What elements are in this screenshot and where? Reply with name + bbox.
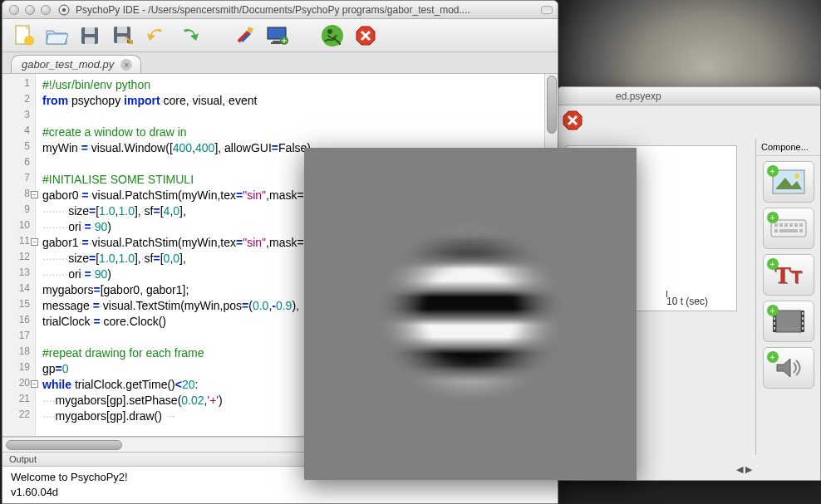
zoom-icon[interactable] <box>41 5 51 15</box>
component-sound[interactable]: + <box>763 347 814 389</box>
svg-rect-21 <box>802 312 804 315</box>
tab-label: gabor_test_mod.py <box>22 58 114 71</box>
component-image[interactable]: + <box>763 161 814 203</box>
run-icon[interactable] <box>320 23 345 48</box>
svg-rect-35 <box>117 27 127 33</box>
svg-point-30 <box>24 36 34 46</box>
stimulus-window[interactable] <box>304 148 637 480</box>
builder-toolbar <box>558 105 820 139</box>
svg-rect-4 <box>771 220 806 237</box>
svg-rect-5 <box>774 223 778 227</box>
add-icon: + <box>767 212 779 223</box>
ide-title-text: PsychoPy IDE - /Users/spencersmith/Docum… <box>71 4 541 16</box>
monitor-icon[interactable] <box>265 23 290 48</box>
svg-rect-10 <box>799 223 803 227</box>
svg-rect-33 <box>85 37 95 44</box>
builder-titlebar[interactable]: ed.psyexp <box>558 87 820 105</box>
svg-rect-39 <box>273 41 281 42</box>
scrollbar-thumb[interactable] <box>547 76 557 134</box>
builder-title-text: ed.psyexp <box>616 91 661 102</box>
scroll-arrows[interactable]: ◀ ▶ <box>736 464 752 475</box>
add-icon: + <box>767 165 779 177</box>
svg-marker-25 <box>777 359 790 377</box>
traffic-lights[interactable] <box>2 5 57 15</box>
gabor-patch <box>362 206 578 422</box>
svg-rect-18 <box>774 317 775 320</box>
svg-rect-8 <box>789 223 793 227</box>
svg-rect-7 <box>784 223 788 227</box>
timeline-label: 10 t (sec) <box>666 296 708 307</box>
svg-rect-32 <box>85 27 95 34</box>
undo-icon[interactable] <box>144 23 169 48</box>
add-icon: + <box>767 351 779 363</box>
line-gutter[interactable]: 12345678−91011−121314151617181920−2122 <box>2 74 36 436</box>
ide-toolbar <box>2 19 558 52</box>
save-icon[interactable] <box>77 23 102 48</box>
svg-rect-14 <box>776 311 801 332</box>
output-line: v1.60.04d <box>11 485 549 500</box>
svg-point-43 <box>327 29 332 34</box>
stop-icon[interactable] <box>353 23 378 48</box>
redo-icon[interactable] <box>177 23 202 48</box>
minimize-icon[interactable] <box>25 5 35 15</box>
add-icon: + <box>767 305 779 316</box>
components-header: Compone... <box>756 139 820 156</box>
svg-rect-23 <box>802 322 804 325</box>
svg-rect-11 <box>774 229 778 232</box>
svg-rect-13 <box>799 229 803 232</box>
close-tab-icon[interactable]: × <box>120 59 132 71</box>
svg-rect-19 <box>774 322 775 325</box>
svg-rect-6 <box>779 223 783 227</box>
svg-rect-24 <box>802 327 804 330</box>
tab-gabor-test[interactable]: gabor_test_mod.py × <box>11 55 141 73</box>
ide-titlebar[interactable]: PsychoPy IDE - /Users/spencersmith/Docum… <box>2 1 558 19</box>
save-as-icon[interactable] <box>111 23 135 48</box>
svg-rect-20 <box>774 327 775 330</box>
svg-rect-12 <box>779 229 798 232</box>
app-icon <box>57 4 71 16</box>
svg-point-27 <box>62 8 66 12</box>
scrollbar-thumb[interactable] <box>6 440 122 450</box>
close-icon[interactable] <box>9 5 19 15</box>
open-file-icon[interactable] <box>44 23 69 48</box>
settings-icon[interactable] <box>232 23 257 48</box>
component-movie[interactable]: + <box>763 301 814 342</box>
svg-rect-22 <box>802 317 804 320</box>
svg-point-3 <box>794 174 799 179</box>
svg-rect-9 <box>794 223 798 227</box>
tab-row: gabor_test_mod.py × <box>2 52 558 74</box>
toolbar-toggle-icon[interactable] <box>541 6 553 14</box>
component-text[interactable]: +TT <box>763 254 814 296</box>
component-keyboard[interactable]: + <box>763 208 814 249</box>
components-panel: Compone... + + +TT + + <box>755 139 820 455</box>
add-icon: + <box>767 258 779 270</box>
new-file-icon[interactable] <box>11 23 36 48</box>
stop-icon[interactable] <box>561 109 584 132</box>
